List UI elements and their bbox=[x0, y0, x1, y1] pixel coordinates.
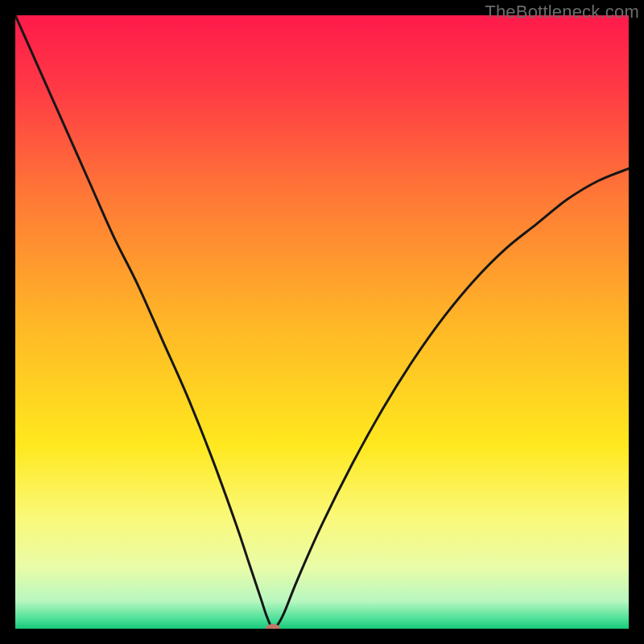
chart-frame: TheBottleneck.com bbox=[0, 0, 644, 644]
gradient-background bbox=[15, 15, 629, 629]
watermark-text: TheBottleneck.com bbox=[485, 2, 639, 23]
plot-area bbox=[15, 15, 629, 629]
chart-canvas bbox=[15, 15, 629, 629]
